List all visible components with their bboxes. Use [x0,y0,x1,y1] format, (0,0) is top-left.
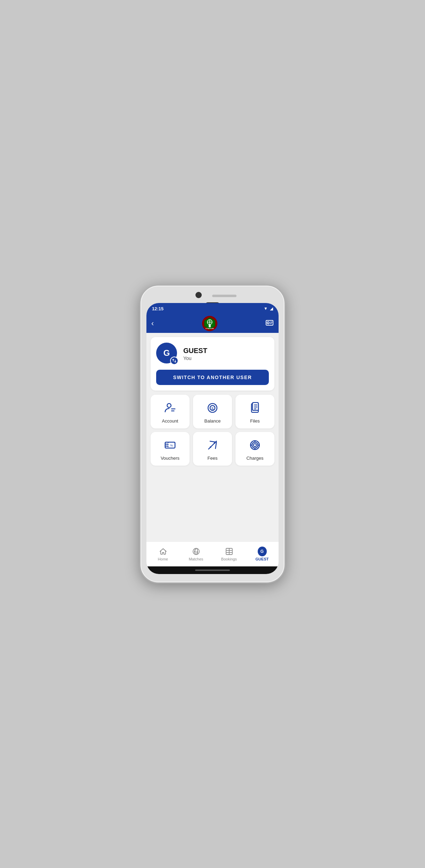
bookings-label: Bookings [221,557,237,561]
balance-icon: $ [206,401,219,415]
svg-point-35 [254,444,257,447]
svg-point-32 [214,442,215,444]
switch-arrows-icon [172,358,177,363]
bookings-svg [225,547,233,556]
vouchers-label: Vouchers [161,456,179,461]
menu-grid: Account $ Balance [151,395,274,466]
nav-item-matches[interactable]: Play Matches [179,547,212,561]
mute-button [139,324,141,336]
files-label: Files [250,418,259,424]
charges-svg [249,439,261,451]
files-icon [248,401,262,415]
nav-item-bookings[interactable]: Bookings [212,547,246,561]
fees-label: Fees [208,456,218,461]
account-svg [164,402,176,414]
user-sub: You [183,355,207,361]
menu-item-fees[interactable]: Fees [193,432,232,466]
user-info-row: G GUEST You [156,343,269,365]
avatar-letter: G [163,348,170,358]
user-name: GUEST [183,347,207,355]
svg-text:Play: Play [194,551,198,553]
power-button [284,331,286,352]
menu-item-account[interactable]: Account [151,395,190,428]
svg-point-9 [267,322,269,324]
charges-label: Charges [246,456,263,461]
bottom-nav: Home Play Matches [146,541,279,566]
main-content: G GUEST You SWITCH TO A [146,333,279,541]
home-icon [159,547,168,556]
home-label: Home [158,557,168,561]
matches-svg: Play [192,547,200,556]
menu-item-balance[interactable]: $ Balance [193,395,232,428]
logo-svg: STRATFORD [202,316,217,331]
screen: 12:15 ▼ ◢ ‹ STRATFORD [146,303,279,574]
svg-point-31 [210,447,211,448]
status-time: 12:15 [152,306,163,311]
files-svg [249,402,261,414]
nav-item-guest[interactable]: G GUEST [246,547,279,561]
user-name-block: GUEST You [183,347,207,361]
menu-item-files[interactable]: Files [235,395,274,428]
svg-text:STRATFORD: STRATFORD [205,328,214,329]
volume-up-button [139,341,141,361]
menu-item-vouchers[interactable]: % Vouchers [151,432,190,466]
guest-avatar-icon: G [258,547,267,556]
svg-point-12 [167,403,171,407]
profile-card-icon[interactable] [265,319,274,329]
phone-frame: 12:15 ▼ ◢ ‹ STRATFORD [139,285,286,583]
speaker-grille [212,295,236,297]
matches-icon: Play [192,547,201,556]
charges-icon [248,438,262,452]
balance-svg: $ [207,402,218,414]
phone-top [141,286,284,298]
svg-rect-6 [209,325,211,327]
matches-label: Matches [189,557,203,561]
status-bar: 12:15 ▼ ◢ [146,303,279,314]
vouchers-icon: % [163,438,177,452]
switch-user-button[interactable]: SWITCH TO ANOTHER USER [156,370,269,385]
status-icons: ▼ ◢ [264,306,273,311]
user-card: G GUEST You SWITCH TO A [151,337,274,391]
nav-item-home[interactable]: Home [146,547,179,561]
nav-avatar: G [258,547,267,556]
vouchers-svg: % [164,439,176,451]
fees-svg [207,439,218,451]
svg-text:%: % [170,444,173,447]
svg-point-34 [252,442,258,448]
club-logo: STRATFORD [202,316,218,331]
bookings-icon [225,547,234,556]
home-pill [195,570,230,571]
guest-label: GUEST [256,557,269,561]
svg-text:$: $ [211,407,214,411]
front-camera [195,292,202,298]
avatar-wrap: G [156,343,178,365]
back-button[interactable]: ‹ [151,319,154,328]
home-svg [159,547,167,556]
home-indicator-bar [146,566,279,574]
fees-icon [206,438,219,452]
signal-icon: ◢ [270,306,273,311]
menu-item-charges[interactable]: Charges [235,432,274,466]
account-label: Account [162,418,178,424]
switch-badge [170,357,178,365]
volume-down-button [139,365,141,386]
wifi-icon: ▼ [264,306,268,311]
id-card-svg [265,319,274,327]
balance-label: Balance [205,418,221,424]
app-header: ‹ STRATFORD [146,314,279,333]
account-icon [163,401,177,415]
